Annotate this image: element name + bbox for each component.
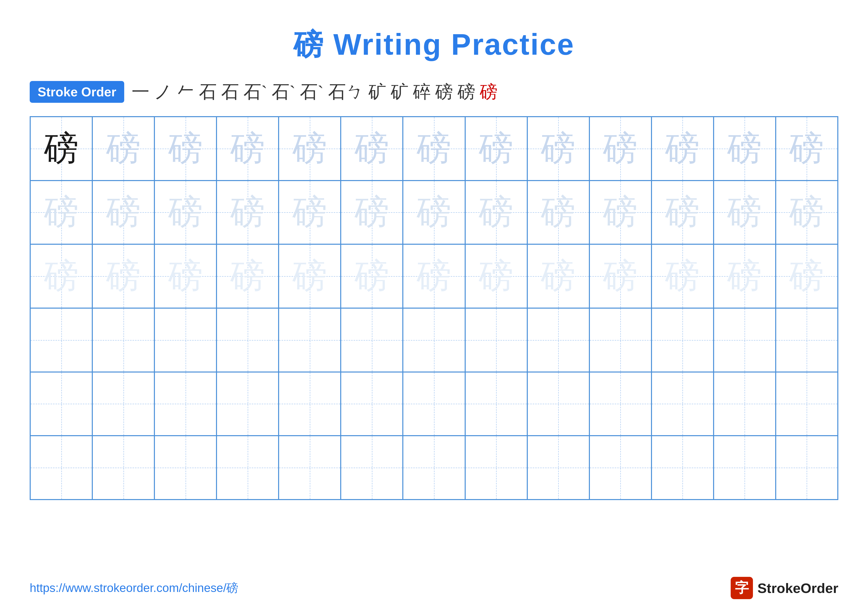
grid-cell-r6-c1[interactable] xyxy=(92,436,154,500)
stroke-step-6: 石` xyxy=(272,80,295,104)
grid-cell-r1-c7[interactable]: 磅 xyxy=(465,117,527,180)
grid-cell-r5-c11[interactable] xyxy=(714,372,776,436)
char-light-2: 磅 xyxy=(727,189,762,236)
grid-cell-r6-c0[interactable] xyxy=(30,436,92,500)
grid-cell-r1-c4[interactable]: 磅 xyxy=(279,117,341,180)
char-light-1: 磅 xyxy=(230,125,265,172)
char-light-2: 磅 xyxy=(355,189,389,236)
grid-cell-r4-c5[interactable] xyxy=(341,308,403,372)
grid-cell-r4-c1[interactable] xyxy=(92,308,154,372)
grid-cell-r3-c0[interactable]: 磅 xyxy=(30,244,92,308)
grid-cell-r1-c10[interactable]: 磅 xyxy=(651,117,714,180)
stroke-order-row: Stroke Order 一ノ𠂉石石石`石`石`石ㄅ矿矿碎磅磅磅 xyxy=(30,80,838,104)
grid-cell-r2-c7[interactable]: 磅 xyxy=(465,180,527,244)
grid-cell-r1-c2[interactable]: 磅 xyxy=(154,117,217,180)
grid-cell-r4-c0[interactable] xyxy=(30,308,92,372)
grid-cell-r5-c12[interactable] xyxy=(776,372,838,436)
grid-cell-r3-c6[interactable]: 磅 xyxy=(403,244,465,308)
grid-cell-r3-c10[interactable]: 磅 xyxy=(651,244,714,308)
grid-cell-r6-c3[interactable] xyxy=(217,436,279,500)
grid-cell-r2-c9[interactable]: 磅 xyxy=(589,180,651,244)
grid-cell-r5-c10[interactable] xyxy=(651,372,714,436)
char-very-light: 磅 xyxy=(603,253,638,300)
grid-cell-r3-c2[interactable]: 磅 xyxy=(154,244,217,308)
grid-cell-r2-c11[interactable]: 磅 xyxy=(714,180,776,244)
grid-cell-r1-c1[interactable]: 磅 xyxy=(92,117,154,180)
char-light-2: 磅 xyxy=(293,189,327,236)
grid-cell-r1-c11[interactable]: 磅 xyxy=(714,117,776,180)
grid-cell-r4-c3[interactable] xyxy=(217,308,279,372)
char-light-2: 磅 xyxy=(417,189,451,236)
grid-cell-r2-c8[interactable]: 磅 xyxy=(527,180,589,244)
grid-cell-r1-c8[interactable]: 磅 xyxy=(527,117,589,180)
grid-cell-r6-c5[interactable] xyxy=(341,436,403,500)
page-title: 磅 Writing Practice xyxy=(30,25,838,65)
grid-cell-r1-c12[interactable]: 磅 xyxy=(776,117,838,180)
grid-cell-r6-c12[interactable] xyxy=(776,436,838,500)
grid-cell-r2-c6[interactable]: 磅 xyxy=(403,180,465,244)
grid-cell-r5-c6[interactable] xyxy=(403,372,465,436)
grid-cell-r3-c9[interactable]: 磅 xyxy=(589,244,651,308)
grid-cell-r3-c7[interactable]: 磅 xyxy=(465,244,527,308)
grid-cell-r2-c2[interactable]: 磅 xyxy=(154,180,217,244)
grid-cell-r3-c8[interactable]: 磅 xyxy=(527,244,589,308)
grid-cell-r6-c4[interactable] xyxy=(279,436,341,500)
grid-cell-r5-c7[interactable] xyxy=(465,372,527,436)
grid-cell-r4-c11[interactable] xyxy=(714,308,776,372)
grid-cell-r5-c8[interactable] xyxy=(527,372,589,436)
grid-cell-r6-c2[interactable] xyxy=(154,436,217,500)
char-light-2: 磅 xyxy=(541,189,575,236)
grid-cell-r6-c10[interactable] xyxy=(651,436,714,500)
stroke-step-10: 矿 xyxy=(391,80,409,104)
grid-cell-r2-c0[interactable]: 磅 xyxy=(30,180,92,244)
grid-cell-r5-c5[interactable] xyxy=(341,372,403,436)
char-light-2: 磅 xyxy=(665,189,700,236)
grid-cell-r6-c6[interactable] xyxy=(403,436,465,500)
grid-cell-r2-c1[interactable]: 磅 xyxy=(92,180,154,244)
grid-cell-r4-c2[interactable] xyxy=(154,308,217,372)
grid-cell-r5-c2[interactable] xyxy=(154,372,217,436)
grid-cell-r1-c3[interactable]: 磅 xyxy=(217,117,279,180)
grid-cell-r1-c5[interactable]: 磅 xyxy=(341,117,403,180)
grid-cell-r5-c3[interactable] xyxy=(217,372,279,436)
stroke-step-13: 磅 xyxy=(457,80,475,104)
grid-cell-r5-c9[interactable] xyxy=(589,372,651,436)
stroke-step-11: 碎 xyxy=(413,80,431,104)
grid-cell-r1-c6[interactable]: 磅 xyxy=(403,117,465,180)
grid-cell-r5-c0[interactable] xyxy=(30,372,92,436)
char-very-light: 磅 xyxy=(541,253,575,300)
grid-cell-r1-c9[interactable]: 磅 xyxy=(589,117,651,180)
char-light-1: 磅 xyxy=(665,125,700,172)
grid-cell-r3-c5[interactable]: 磅 xyxy=(341,244,403,308)
grid-cell-r6-c8[interactable] xyxy=(527,436,589,500)
grid-cell-r4-c10[interactable] xyxy=(651,308,714,372)
grid-cell-r4-c9[interactable] xyxy=(589,308,651,372)
grid-cell-r5-c1[interactable] xyxy=(92,372,154,436)
grid-cell-r4-c7[interactable] xyxy=(465,308,527,372)
grid-cell-r4-c4[interactable] xyxy=(279,308,341,372)
char-very-light: 磅 xyxy=(293,253,327,300)
grid-cell-r2-c3[interactable]: 磅 xyxy=(217,180,279,244)
grid-cell-r3-c1[interactable]: 磅 xyxy=(92,244,154,308)
grid-cell-r2-c10[interactable]: 磅 xyxy=(651,180,714,244)
grid-cell-r6-c7[interactable] xyxy=(465,436,527,500)
grid-cell-r5-c4[interactable] xyxy=(279,372,341,436)
grid-cell-r2-c5[interactable]: 磅 xyxy=(341,180,403,244)
grid-cell-r3-c4[interactable]: 磅 xyxy=(279,244,341,308)
grid-cell-r4-c12[interactable] xyxy=(776,308,838,372)
grid-cell-r6-c9[interactable] xyxy=(589,436,651,500)
grid-cell-r4-c6[interactable] xyxy=(403,308,465,372)
char-light-1: 磅 xyxy=(168,125,203,172)
grid-cell-r1-c0[interactable]: 磅 xyxy=(30,117,92,180)
grid-cell-r3-c11[interactable]: 磅 xyxy=(714,244,776,308)
grid-cell-r4-c8[interactable] xyxy=(527,308,589,372)
grid-cell-r3-c3[interactable]: 磅 xyxy=(217,244,279,308)
char-very-light: 磅 xyxy=(417,253,451,300)
stroke-order-badge: Stroke Order xyxy=(30,81,124,103)
grid-cell-r3-c12[interactable]: 磅 xyxy=(776,244,838,308)
grid-cell-r2-c4[interactable]: 磅 xyxy=(279,180,341,244)
footer: https://www.strokeorder.com/chinese/磅 字 … xyxy=(30,577,838,599)
grid-cell-r6-c11[interactable] xyxy=(714,436,776,500)
grid-cell-r2-c12[interactable]: 磅 xyxy=(776,180,838,244)
char-very-light: 磅 xyxy=(106,253,141,300)
